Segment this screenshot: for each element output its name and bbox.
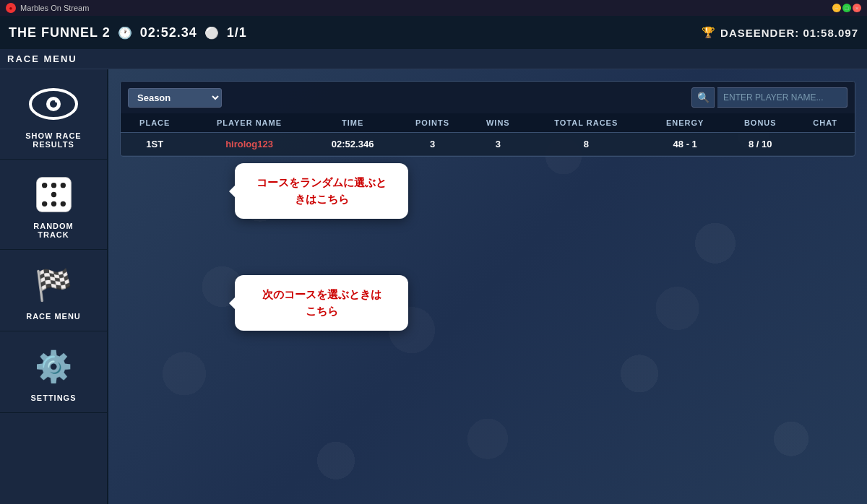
speech-bubble-race-menu: 次のコースを選ぶときはこちら: [235, 275, 408, 331]
sidebar-item-settings[interactable]: ⚙️ SETTINGS: [0, 331, 107, 413]
svg-point-5: [42, 183, 47, 188]
main-layout: SHOW RACERESULTS RANDOMTRACK: [0, 69, 867, 504]
sidebar-item-random-track[interactable]: RANDOMTRACK: [0, 160, 107, 250]
col-place: PLACE: [121, 113, 189, 133]
race-menu-label: RACE MENU: [7, 53, 77, 64]
header-title-section: THE FUNNEL 2 🕐 02:52.34 ⚪ 1/1: [9, 25, 247, 40]
col-wins: WINS: [469, 113, 527, 133]
show-race-results-label: SHOW RACERESULTS: [25, 131, 81, 149]
results-top-bar: Season All Time Week 🔍: [121, 82, 855, 113]
title-bar: Marbles On Stream − □ ×: [0, 0, 867, 16]
svg-point-11: [60, 201, 65, 206]
bubble2-text: 次のコースを選ぶときはこちら: [262, 288, 381, 317]
svg-point-8: [51, 191, 56, 196]
results-panel: Season All Time Week 🔍 PLACE PLAYER NAME…: [120, 81, 855, 157]
season-select[interactable]: Season All Time Week: [128, 88, 222, 108]
results-table: PLACE PLAYER NAME TIME POINTS WINS TOTAL…: [121, 113, 855, 156]
marble-icon: ⚪: [204, 26, 220, 40]
col-energy: ENERGY: [645, 113, 725, 133]
table-row: 1SThirolog12302:52.34633848 - 18 / 10: [121, 133, 855, 156]
col-points: POINTS: [396, 113, 470, 133]
clock-icon: 🕐: [118, 26, 133, 40]
settings-label: SETTINGS: [30, 394, 76, 402]
col-bonus: BONUS: [725, 113, 795, 133]
speech-bubble-random-track: コースをランダムに選ぶときはこちら: [235, 163, 408, 219]
flag-icon-wrap: 🏁: [28, 263, 79, 306]
race-menu-bar: RACE MENU: [0, 49, 867, 69]
eye-icon: [29, 86, 78, 122]
sidebar-item-show-race-results[interactable]: SHOW RACERESULTS: [0, 69, 107, 160]
search-area: 🔍: [691, 87, 847, 108]
close-button[interactable]: ×: [853, 4, 861, 12]
trophy-icon: 🏆: [702, 26, 716, 39]
top-player-info: DASEENDER: 01:58.097: [720, 27, 858, 39]
col-player-name: PLAYER NAME: [189, 113, 310, 133]
sidebar-item-race-menu[interactable]: 🏁 RACE MENU: [0, 250, 107, 331]
col-time: TIME: [310, 113, 396, 133]
race-count: 1/1: [227, 25, 247, 40]
header: THE FUNNEL 2 🕐 02:52.34 ⚪ 1/1 🏆 DASEENDE…: [0, 16, 867, 49]
gear-icon: ⚙️: [35, 349, 72, 384]
search-input[interactable]: [717, 87, 847, 108]
eye-icon-wrap: [28, 82, 79, 126]
svg-point-9: [42, 201, 47, 206]
sidebar: SHOW RACERESULTS RANDOMTRACK: [0, 69, 108, 504]
svg-point-6: [51, 183, 56, 188]
maximize-button[interactable]: □: [842, 4, 851, 12]
search-icon-button[interactable]: 🔍: [691, 87, 715, 108]
app-icon: [6, 3, 16, 13]
content-area: Season All Time Week 🔍 PLACE PLAYER NAME…: [108, 69, 867, 504]
random-track-label: RANDOMTRACK: [33, 222, 74, 239]
game-title: THE FUNNEL 2: [9, 25, 111, 40]
clock-time: 02:52.34: [140, 25, 197, 40]
minimize-button[interactable]: −: [832, 4, 841, 12]
gear-icon-wrap: ⚙️: [28, 344, 79, 388]
table-body: 1SThirolog12302:52.34633848 - 18 / 10: [121, 133, 855, 156]
table-header-row: PLACE PLAYER NAME TIME POINTS WINS TOTAL…: [121, 113, 855, 133]
flag-icon: 🏁: [35, 267, 72, 303]
svg-point-3: [55, 100, 58, 103]
window-controls: − □ ×: [832, 4, 861, 12]
dice-icon-wrap: [28, 173, 79, 216]
top-right-info: 🏆 DASEENDER: 01:58.097: [702, 26, 858, 39]
col-total-races: TOTAL RACES: [527, 113, 645, 133]
dice-icon: [34, 175, 74, 214]
svg-point-7: [60, 183, 65, 188]
bubble1-text: コースをランダムに選ぶときはこちら: [256, 176, 387, 205]
svg-point-10: [51, 201, 56, 206]
app-title: Marbles On Stream: [20, 4, 89, 12]
race-menu-sidebar-label: RACE MENU: [26, 312, 81, 321]
col-chat: CHAT: [795, 113, 855, 133]
